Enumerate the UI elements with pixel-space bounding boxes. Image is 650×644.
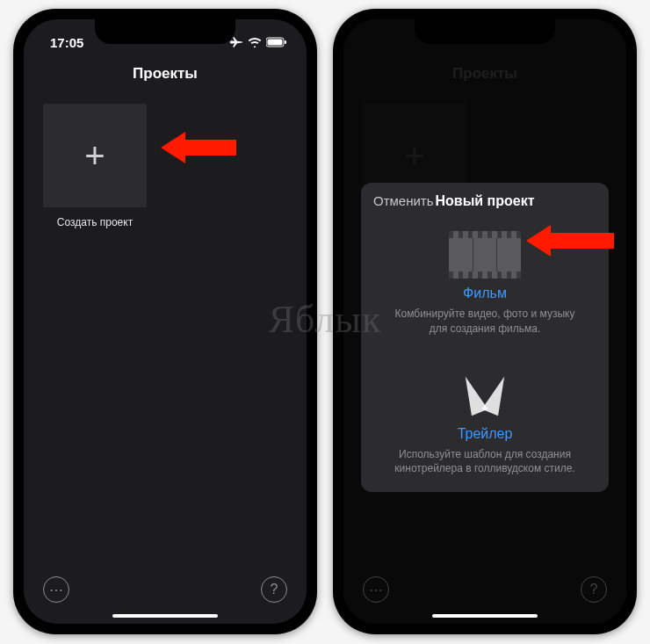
wifi-icon [248,37,262,47]
option-trailer[interactable]: Трейлер Используйте шаблон для создания … [361,352,609,493]
option-movie-desc: Комбинируйте видео, фото и музыку для со… [377,307,593,336]
notch [95,19,235,44]
question-icon: ? [590,582,598,597]
create-project-label: Создать проект [43,216,147,228]
sheet-header: Отменить Новый проект [361,183,609,219]
phone-pair: 17:05 Проекты + Создать проект ⋯ ? [0,0,650,643]
cancel-button[interactable]: Отменить [373,193,434,208]
annotation-arrow-right [526,225,614,257]
help-button[interactable]: ? [581,576,607,603]
home-indicator[interactable] [432,614,538,618]
screen-left: 17:05 Проекты + Создать проект ⋯ ? [24,19,307,624]
question-icon: ? [271,582,278,597]
battery-icon [266,37,287,47]
help-button[interactable]: ? [261,576,287,603]
more-button[interactable]: ⋯ [363,576,389,603]
ellipsis-icon: ⋯ [369,582,383,598]
ellipsis-icon: ⋯ [49,582,63,598]
annotation-arrow-left [161,132,236,163]
svg-rect-2 [285,40,286,44]
status-time: 17:05 [50,35,83,50]
notch [415,19,555,44]
svg-rect-1 [268,40,283,46]
option-movie-title: Фильм [377,286,593,301]
phone-left: 17:05 Проекты + Создать проект ⋯ ? [13,9,317,634]
phone-right: Проекты + Отменить Новый проект Фильм Ко… [333,9,637,634]
home-indicator[interactable] [112,614,218,618]
option-trailer-title: Трейлер [377,426,593,442]
option-trailer-desc: Используйте шаблон для создания кинотрей… [377,447,593,477]
page-title: Проекты [24,56,307,95]
status-right [229,36,287,48]
create-project-tile[interactable]: + [43,104,147,207]
filmstrip-icon [449,231,521,279]
screen-right: Проекты + Отменить Новый проект Фильм Ко… [343,19,626,624]
more-button[interactable]: ⋯ [43,576,69,603]
sheet-title: Новый проект [435,193,534,209]
plus-icon: + [84,136,105,176]
spotlights-icon [459,375,511,419]
